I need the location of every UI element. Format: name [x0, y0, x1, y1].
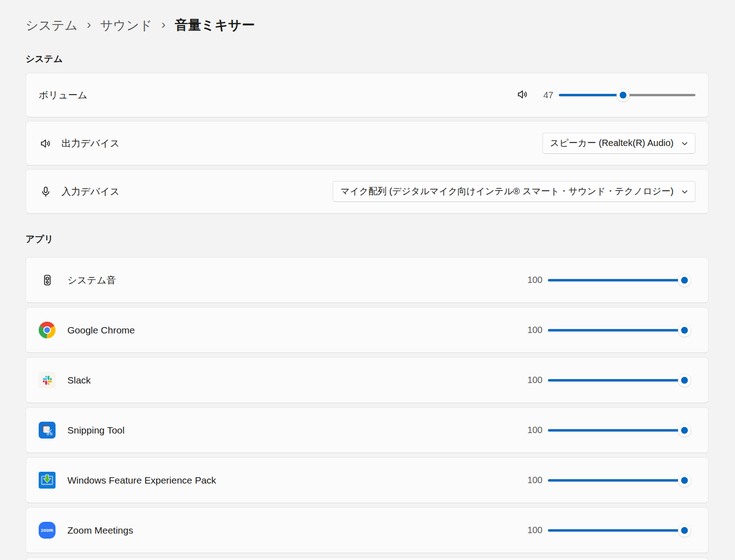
output-device-dropdown[interactable]: スピーカー (Realtek(R) Audio) — [542, 133, 695, 154]
output-device-label: 出力デバイス — [61, 137, 542, 150]
breadcrumb: システム › サウンド › 音量ミキサー — [25, 16, 709, 35]
slider-track[interactable] — [548, 429, 684, 431]
app-volume-list: システム音 100 Google Chrome 100 — [25, 257, 709, 553]
slider-thumb[interactable] — [678, 524, 691, 537]
app-volume-row: Slack 100 — [25, 357, 709, 403]
microphone-icon — [39, 186, 52, 198]
google-chrome-icon — [39, 322, 56, 338]
app-volume-value: 100 — [522, 425, 542, 435]
app-volume-value: 100 — [522, 475, 542, 485]
slider-fill — [548, 379, 684, 381]
output-device-selected: スピーカー (Realtek(R) Audio) — [550, 137, 674, 149]
output-device-card: 出力デバイス スピーカー (Realtek(R) Audio) — [25, 121, 709, 166]
slider-thumb[interactable] — [678, 474, 691, 487]
chevron-down-icon — [681, 139, 689, 147]
app-volume-value: 100 — [522, 525, 542, 535]
input-device-selected: マイク配列 (デジタルマイク向けインテル® スマート・サウンド・テクノロジー) — [340, 185, 674, 197]
app-volume-value: 100 — [522, 275, 542, 285]
slider-track[interactable] — [548, 279, 684, 281]
settings-page: システム › サウンド › 音量ミキサー システム ボリューム 47 出力デバイ… — [0, 0, 735, 560]
system-mute-button[interactable] — [517, 88, 529, 102]
slider-track[interactable] — [548, 479, 684, 481]
input-device-label: 入力デバイス — [61, 185, 333, 198]
slider-track[interactable] — [548, 329, 684, 331]
slider-fill — [548, 329, 684, 331]
app-volume-slider[interactable] — [548, 273, 684, 287]
apps-section-heading: アプリ — [25, 233, 709, 245]
next-card-partial — [25, 557, 709, 560]
app-name: Slack — [67, 375, 518, 386]
system-volume-slider[interactable] — [559, 88, 695, 102]
app-volume-row: zoom Zoom Meetings 100 — [25, 507, 709, 553]
app-volume-slider[interactable] — [548, 323, 684, 337]
slider-thumb[interactable] — [678, 373, 691, 387]
app-volume-slider[interactable] — [548, 474, 684, 487]
breadcrumb-item-sound[interactable]: サウンド — [100, 17, 152, 34]
windows-feature-experience-pack-icon — [39, 472, 56, 489]
slider-fill — [548, 479, 684, 481]
slider-fill — [548, 429, 684, 431]
app-volume-value: 100 — [522, 325, 542, 335]
chevron-right-icon: › — [87, 18, 91, 33]
system-volume-value: 47 — [532, 90, 553, 101]
slider-track[interactable] — [548, 529, 684, 531]
app-name: Google Chrome — [67, 325, 518, 336]
page-title: 音量ミキサー — [175, 16, 255, 35]
app-name: Snipping Tool — [67, 425, 518, 436]
slider-thumb[interactable] — [678, 323, 691, 337]
chevron-down-icon — [681, 187, 689, 196]
slider-thumb[interactable] — [617, 89, 630, 102]
zoom-meetings-icon: zoom — [39, 522, 56, 539]
app-name: システム音 — [67, 274, 518, 287]
app-volume-row: Snipping Tool 100 — [25, 407, 709, 453]
app-volume-row: Google Chrome 100 — [25, 307, 709, 353]
chevron-right-icon: › — [162, 18, 166, 33]
system-section-heading: システム — [25, 53, 709, 65]
system-sounds-icon — [39, 272, 56, 288]
slider-fill — [548, 529, 684, 531]
input-device-card: 入力デバイス マイク配列 (デジタルマイク向けインテル® スマート・サウンド・テ… — [25, 169, 709, 214]
system-volume-control: 47 — [517, 88, 695, 102]
app-volume-slider[interactable] — [548, 424, 684, 437]
volume-label: ボリューム — [39, 89, 517, 101]
slider-thumb[interactable] — [678, 424, 691, 437]
slider-thumb[interactable] — [678, 273, 691, 287]
app-volume-slider[interactable] — [548, 373, 684, 387]
app-volume-row: Windows Feature Experience Pack 100 — [25, 457, 709, 503]
slack-icon — [39, 372, 56, 388]
slider-fill — [559, 94, 623, 96]
snipping-tool-icon — [39, 422, 56, 439]
app-volume-row: システム音 100 — [25, 257, 709, 303]
speaker-icon — [39, 137, 52, 150]
system-volume-card: ボリューム 47 — [25, 73, 709, 117]
slider-track[interactable] — [548, 379, 684, 381]
breadcrumb-item-system[interactable]: システム — [25, 17, 78, 34]
input-device-dropdown[interactable]: マイク配列 (デジタルマイク向けインテル® スマート・サウンド・テクノロジー) — [333, 181, 695, 202]
app-name: Zoom Meetings — [67, 525, 518, 536]
slider-fill — [548, 279, 684, 281]
speaker-icon — [517, 88, 529, 102]
app-volume-slider[interactable] — [548, 524, 684, 537]
app-name: Windows Feature Experience Pack — [67, 475, 518, 486]
app-volume-value: 100 — [522, 375, 542, 385]
